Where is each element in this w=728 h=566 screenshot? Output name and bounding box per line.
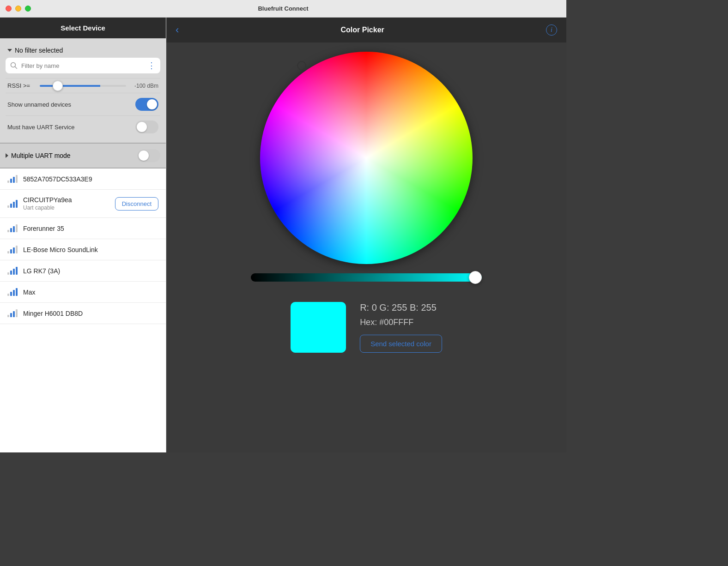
signal-bar-1 bbox=[7, 315, 9, 317]
list-item[interactable]: CIRCUITPYa9ea Uart capable Disconnect bbox=[0, 190, 166, 218]
search-input[interactable] bbox=[21, 62, 144, 69]
left-header: Select Device bbox=[0, 18, 166, 38]
uart-mode-toggle[interactable] bbox=[137, 149, 160, 162]
chevron-down-icon bbox=[7, 49, 12, 52]
signal-bar-1 bbox=[7, 205, 9, 208]
signal-bar-1 bbox=[7, 181, 9, 183]
signal-bar-4 bbox=[16, 175, 18, 183]
list-item[interactable]: Minger H6001 DB8D bbox=[0, 303, 166, 324]
device-sub: Uart capable bbox=[23, 205, 109, 211]
signal-bar-3 bbox=[13, 247, 15, 253]
color-swatch bbox=[291, 302, 346, 353]
device-name: Forerunner 35 bbox=[23, 225, 158, 232]
signal-bar-1 bbox=[7, 251, 9, 253]
signal-bar-4 bbox=[16, 246, 18, 253]
color-values: R: 0 G: 255 B: 255 Hex: #00FFFF Send sel… bbox=[360, 302, 442, 353]
signal-icon bbox=[7, 288, 18, 296]
signal-icon bbox=[7, 246, 18, 253]
toggle-knob-uart bbox=[137, 122, 147, 132]
signal-bar-3 bbox=[13, 226, 15, 232]
device-name: LG RK7 (3A) bbox=[23, 267, 158, 275]
no-filter-header[interactable]: No filter selected bbox=[6, 43, 160, 58]
rssi-slider[interactable] bbox=[40, 85, 126, 87]
signal-icon bbox=[7, 267, 18, 275]
signal-bar-2 bbox=[10, 271, 12, 275]
main-layout: Select Device No filter selected ⋮ RSSI … bbox=[0, 18, 566, 452]
signal-bar-4 bbox=[16, 309, 18, 317]
signal-bar-3 bbox=[13, 311, 15, 317]
rssi-label: RSSI >= bbox=[7, 82, 35, 89]
color-picker-area: R: 0 G: 255 B: 255 Hex: #00FFFF Send sel… bbox=[166, 42, 566, 452]
device-name: Max bbox=[23, 289, 158, 296]
right-title: Color Picker bbox=[341, 26, 384, 34]
list-item[interactable]: Forerunner 35 bbox=[0, 218, 166, 239]
signal-icon bbox=[7, 200, 18, 208]
signal-bar-2 bbox=[10, 249, 12, 253]
more-options-icon[interactable]: ⋮ bbox=[147, 60, 156, 71]
device-info: 5852A7057DC533A3E9 bbox=[23, 175, 158, 183]
device-name: Minger H6001 DB8D bbox=[23, 310, 158, 317]
signal-bar-3 bbox=[13, 269, 15, 275]
signal-bar-4 bbox=[16, 267, 18, 275]
uart-mode-label[interactable]: Multiple UART mode bbox=[6, 152, 71, 159]
search-row: ⋮ bbox=[6, 58, 160, 73]
list-item[interactable]: LG RK7 (3A) bbox=[0, 260, 166, 282]
maximize-button[interactable] bbox=[25, 6, 31, 12]
svg-line-1 bbox=[15, 67, 17, 69]
close-button[interactable] bbox=[6, 6, 12, 12]
back-arrow-icon[interactable]: ‹ bbox=[176, 24, 179, 36]
uart-mode-section: Multiple UART mode bbox=[0, 143, 166, 169]
show-unnamed-row: Show unnamed devices bbox=[6, 93, 160, 115]
minimize-button[interactable] bbox=[15, 6, 21, 12]
device-list: 5852A7057DC533A3E9 CIRCUITPYa9ea Uart ca… bbox=[0, 169, 166, 452]
signal-bar-1 bbox=[7, 294, 9, 296]
right-panel: ‹ Color Picker i R: 0 G: 255 B: 255 Hex:… bbox=[166, 18, 566, 452]
show-unnamed-toggle[interactable] bbox=[135, 98, 158, 111]
disconnect-button[interactable]: Disconnect bbox=[115, 197, 158, 211]
list-item[interactable]: Max bbox=[0, 282, 166, 303]
show-unnamed-label: Show unnamed devices bbox=[7, 101, 71, 108]
brightness-slider[interactable] bbox=[251, 273, 482, 282]
right-header: ‹ Color Picker i bbox=[166, 18, 566, 42]
signal-bar-2 bbox=[10, 179, 12, 183]
rssi-value: -100 dBm bbox=[131, 83, 158, 89]
send-selected-color-button[interactable]: Send selected color bbox=[360, 335, 442, 353]
signal-bar-1 bbox=[7, 230, 9, 232]
left-panel: Select Device No filter selected ⋮ RSSI … bbox=[0, 18, 166, 452]
search-icon bbox=[10, 62, 18, 69]
color-wheel-container bbox=[260, 52, 473, 264]
app-title: Bluefruit Connect bbox=[258, 5, 308, 12]
device-name: CIRCUITPYa9ea bbox=[23, 196, 109, 204]
device-info: LG RK7 (3A) bbox=[23, 267, 158, 275]
list-item[interactable]: 5852A7057DC533A3E9 bbox=[0, 169, 166, 190]
device-info: CIRCUITPYa9ea Uart capable bbox=[23, 196, 109, 211]
signal-bar-3 bbox=[13, 202, 15, 208]
window-controls bbox=[6, 6, 31, 12]
title-bar: Bluefruit Connect bbox=[0, 0, 566, 18]
signal-icon bbox=[7, 309, 18, 317]
toggle-knob-uart-mode bbox=[139, 151, 149, 161]
device-name: 5852A7057DC533A3E9 bbox=[23, 175, 158, 183]
device-info: Forerunner 35 bbox=[23, 225, 158, 232]
color-hex-value: Hex: #00FFFF bbox=[360, 318, 442, 327]
info-icon[interactable]: i bbox=[546, 24, 557, 36]
signal-bar-2 bbox=[10, 204, 12, 208]
signal-icon bbox=[7, 175, 18, 183]
signal-bar-3 bbox=[13, 177, 15, 183]
toggle-knob bbox=[147, 99, 157, 109]
device-info: Max bbox=[23, 289, 158, 296]
list-item[interactable]: LE-Bose Micro SoundLink bbox=[0, 239, 166, 260]
no-filter-label: No filter selected bbox=[15, 47, 63, 54]
color-rgb-value: R: 0 G: 255 B: 255 bbox=[360, 302, 442, 313]
uart-mode-text: Multiple UART mode bbox=[11, 152, 71, 159]
signal-bar-4 bbox=[16, 224, 18, 232]
color-wheel[interactable] bbox=[260, 52, 473, 264]
must-uart-row: Must have UART Service bbox=[6, 115, 160, 138]
signal-bar-2 bbox=[10, 313, 12, 317]
signal-bar-4 bbox=[16, 288, 18, 296]
must-uart-toggle[interactable] bbox=[135, 120, 158, 133]
signal-bar-1 bbox=[7, 272, 9, 275]
device-name: LE-Bose Micro SoundLink bbox=[23, 246, 158, 253]
device-info: Minger H6001 DB8D bbox=[23, 310, 158, 317]
must-uart-label: Must have UART Service bbox=[7, 124, 74, 131]
